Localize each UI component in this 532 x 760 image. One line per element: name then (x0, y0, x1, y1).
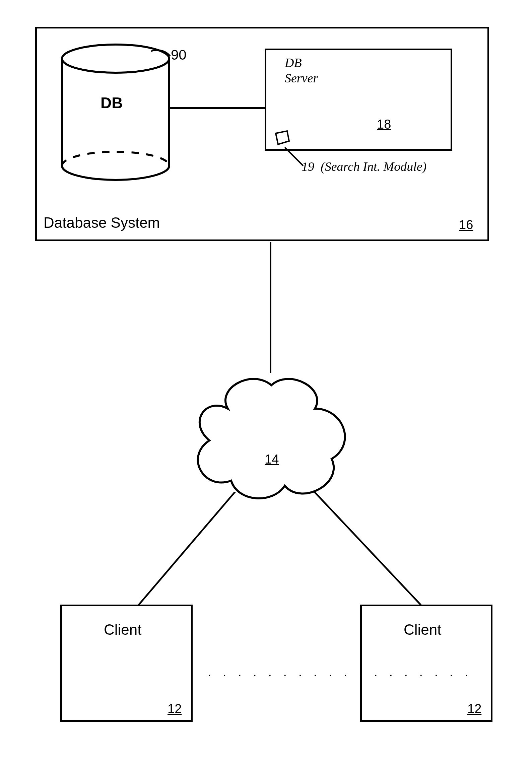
connector-db-server (169, 107, 266, 109)
ellipsis-clients: . . . . . . . . . . . . . . . . . . (208, 665, 472, 679)
db-server-label: DB Server (285, 55, 318, 86)
client-label-right: Client (404, 621, 442, 638)
ref-label-19: 19 (Search Int. Module) (302, 159, 426, 174)
ref-label-12-left: 12 (168, 702, 182, 716)
connector-cloud-client-left (138, 492, 262, 606)
leader-line-90 (151, 49, 173, 62)
ref-label-18: 18 (377, 117, 391, 132)
database-cylinder-icon (60, 44, 171, 181)
database-system-title: Database System (44, 214, 160, 231)
ref-label-14: 14 (265, 452, 279, 467)
ref-label-16: 16 (459, 218, 473, 232)
svg-line-4 (314, 492, 421, 606)
connector-cloud-client-right (297, 492, 421, 606)
svg-line-3 (138, 492, 235, 606)
client-label-left: Client (104, 621, 142, 638)
ref-label-12-right: 12 (467, 702, 481, 716)
search-module-icon (273, 128, 291, 147)
db-label: DB (101, 94, 123, 112)
network-cloud-icon (186, 370, 357, 501)
system-architecture-diagram: DB 90 DB Server 18 19 (Search Int. Modul… (0, 0, 532, 760)
connector-system-cloud (270, 242, 271, 373)
ref-label-90: 90 (171, 47, 187, 63)
